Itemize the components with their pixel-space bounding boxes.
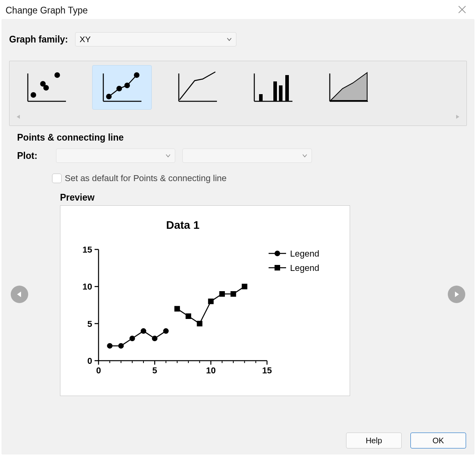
close-icon[interactable] xyxy=(455,4,470,17)
svg-marker-78 xyxy=(455,292,459,297)
svg-rect-71 xyxy=(242,284,247,289)
graph-family-value: XY xyxy=(79,35,91,44)
svg-point-62 xyxy=(141,328,146,334)
preview-prev-button[interactable] xyxy=(11,286,28,303)
svg-text:5: 5 xyxy=(152,365,157,375)
ok-button[interactable]: OK xyxy=(410,433,466,448)
dialog-title: Change Graph Type xyxy=(6,5,88,16)
svg-point-61 xyxy=(130,336,135,341)
svg-text:Legend: Legend xyxy=(290,263,319,273)
svg-text:Legend: Legend xyxy=(290,249,319,259)
svg-rect-19 xyxy=(273,81,277,101)
svg-rect-20 xyxy=(279,85,283,101)
svg-text:15: 15 xyxy=(262,365,272,375)
svg-point-63 xyxy=(152,336,157,341)
preview-chart: Data 1051015051015LegendLegend xyxy=(60,205,350,396)
graph-type-scatter[interactable] xyxy=(17,65,76,110)
svg-rect-76 xyxy=(275,265,280,271)
svg-point-7 xyxy=(54,72,60,78)
graph-type-strip xyxy=(9,61,467,126)
preview-section-label: Preview xyxy=(60,192,416,203)
svg-text:Data 1: Data 1 xyxy=(166,219,199,231)
graph-type-line-only[interactable] xyxy=(168,65,227,110)
svg-text:10: 10 xyxy=(206,365,215,375)
svg-point-73 xyxy=(275,251,280,256)
set-default-checkbox[interactable] xyxy=(52,174,62,183)
help-button[interactable]: Help xyxy=(346,433,402,448)
svg-point-59 xyxy=(107,343,112,349)
svg-text:15: 15 xyxy=(83,245,92,255)
svg-text:0: 0 xyxy=(96,365,101,375)
set-default-label: Set as default for Points & connecting l… xyxy=(65,173,226,184)
preview-next-button[interactable] xyxy=(448,286,465,303)
svg-text:5: 5 xyxy=(87,319,92,329)
svg-rect-66 xyxy=(186,313,191,319)
svg-point-60 xyxy=(118,343,124,349)
svg-point-6 xyxy=(43,85,49,91)
plot-label: Plot: xyxy=(17,151,49,161)
svg-text:10: 10 xyxy=(83,282,92,292)
graph-type-area[interactable] xyxy=(319,65,378,110)
plot-select-1[interactable] xyxy=(56,149,175,163)
graph-family-label: Graph family: xyxy=(9,34,68,45)
graph-type-points-line[interactable] xyxy=(92,65,152,110)
plot-select-2[interactable] xyxy=(182,149,312,163)
svg-point-64 xyxy=(163,328,169,334)
svg-point-10 xyxy=(106,94,112,99)
svg-point-12 xyxy=(124,83,130,88)
chevron-down-icon xyxy=(165,153,171,159)
strip-scroll-right-icon[interactable] xyxy=(454,114,462,121)
svg-marker-25 xyxy=(17,115,20,119)
svg-rect-67 xyxy=(197,321,202,327)
svg-rect-70 xyxy=(230,291,236,297)
svg-rect-18 xyxy=(259,94,263,101)
svg-point-11 xyxy=(116,86,122,91)
svg-point-13 xyxy=(134,72,139,78)
svg-rect-69 xyxy=(219,291,225,297)
chevron-down-icon xyxy=(226,36,232,43)
graph-type-spike-bars[interactable] xyxy=(243,65,303,110)
graph-family-select[interactable]: XY xyxy=(75,32,236,46)
chevron-down-icon xyxy=(302,153,308,159)
svg-point-4 xyxy=(31,92,36,98)
svg-rect-21 xyxy=(285,75,289,101)
svg-marker-24 xyxy=(331,73,367,100)
svg-marker-27 xyxy=(17,292,21,297)
svg-text:0: 0 xyxy=(87,356,92,366)
selected-type-label: Points & connecting line xyxy=(17,132,467,143)
strip-scroll-left-icon[interactable] xyxy=(14,114,22,121)
svg-rect-65 xyxy=(174,306,180,311)
svg-rect-68 xyxy=(208,299,214,304)
svg-marker-26 xyxy=(456,115,459,119)
